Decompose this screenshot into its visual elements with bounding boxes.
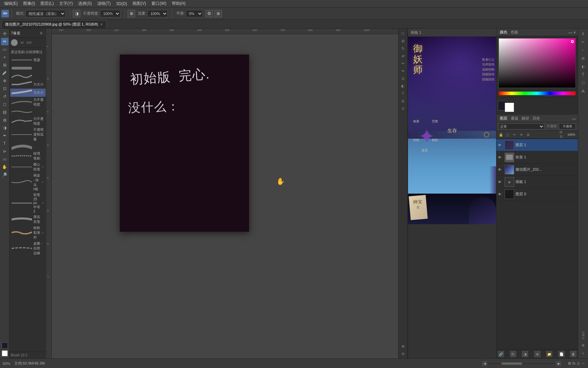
brush-tool-icon[interactable]: ✏	[1, 10, 9, 17]
history-brush-tool[interactable]: ↺	[1, 93, 9, 100]
move-tool[interactable]: ✣	[1, 30, 9, 37]
expand-r-icon[interactable]: ⊕	[579, 341, 587, 349]
tab-channels[interactable]: 通道	[509, 116, 520, 121]
gradient-tool[interactable]: ▤	[1, 108, 9, 116]
transform-icon-r[interactable]: ⊞	[579, 55, 587, 62]
menu-text[interactable]: 文字(Y)	[56, 0, 76, 7]
select-rect-tool[interactable]: ▭	[1, 46, 9, 53]
eraser-tool[interactable]: ◻	[1, 101, 9, 108]
fg-color-swatch[interactable]	[2, 342, 8, 349]
menu-layer[interactable]: 图层(L)	[38, 0, 56, 7]
brush-item-lidaxiao[interactable]: 力大小	[10, 80, 46, 89]
arrow-icon-r[interactable]: ↔	[579, 46, 587, 54]
flow-icon[interactable]: ◑	[73, 10, 80, 17]
tab-layers[interactable]: 图层	[499, 116, 509, 121]
hand-tool[interactable]: ✋	[1, 163, 9, 171]
menu-help[interactable]: 帮助(H)	[169, 0, 189, 7]
tab-color[interactable]: 颜色	[499, 30, 509, 35]
shape-icon-r[interactable]: ⬡	[579, 79, 587, 87]
lock-trans-icon[interactable]: ◻	[505, 132, 511, 138]
info-icon[interactable]: ℹ	[579, 30, 587, 37]
expand-icon[interactable]: ⊕	[399, 343, 406, 350]
canvas-viewport[interactable]: 初始版 完心. 没什么： ✋	[52, 34, 398, 358]
brush-item-hb[interactable]: 画盒 - 快乐 HB ✓	[10, 172, 46, 192]
stamp-icon[interactable]: ⊡	[399, 75, 406, 82]
brush-item-texture[interactable]: 纹理笔刷	[10, 151, 46, 162]
panel-close-btn[interactable]: ×	[574, 30, 576, 34]
brush-item-opacity2[interactable]: 力不透明度	[10, 116, 46, 127]
frame-icon[interactable]: ⬡	[399, 30, 406, 37]
layer-2-visibility[interactable]: 👁	[498, 155, 503, 159]
text-tool[interactable]: T	[1, 140, 9, 147]
lasso-tool[interactable]: ⌖	[1, 53, 9, 61]
text-r-icon[interactable]: T	[399, 90, 406, 97]
menu-window[interactable]: 窗口(W)	[149, 0, 169, 7]
layer-style-btn[interactable]: fx	[510, 351, 516, 357]
pen-tool[interactable]: ✒	[1, 132, 9, 139]
layer-item-1[interactable]: 👁 图层 1	[496, 139, 578, 151]
layer-group-btn[interactable]: 📁	[546, 351, 552, 357]
tab-history[interactable]: 历史	[531, 116, 541, 121]
scroll-track-h[interactable]	[488, 362, 556, 365]
shape-tool[interactable]: ▭	[1, 155, 9, 163]
text-icon-r[interactable]: T	[579, 71, 587, 78]
layer-item-5[interactable]: 👁 图层 0	[496, 188, 578, 200]
panel-min-btn[interactable]: —	[569, 30, 572, 34]
settings-icon[interactable]: ⚙	[206, 10, 213, 17]
opacity-input-layer[interactable]	[559, 123, 576, 129]
dodge-tool[interactable]: ◑	[1, 124, 9, 132]
active-tab[interactable]: 微信图片_20210702120908.jpg @ 50% (图层 1, RGB…	[1, 20, 107, 28]
menu-3d[interactable]: 3D(D)	[113, 1, 130, 7]
flow-toggle-icon[interactable]: ⊕	[128, 10, 135, 17]
color-icon-r[interactable]: ◐	[579, 63, 587, 70]
lock-icon[interactable]: 🔒	[498, 132, 504, 138]
brush-item-opacity1[interactable]: 力不透明度	[10, 97, 46, 108]
lock-pos-icon[interactable]: ✣	[518, 132, 524, 138]
layer-item-3[interactable]: 👁 微信图片_202...	[496, 164, 578, 176]
layer-4-visibility[interactable]: 👁	[498, 180, 503, 184]
blur-tool[interactable]: ◍	[1, 116, 9, 124]
layer-mask-btn[interactable]: ◑	[522, 351, 528, 357]
menu-edit[interactable]: 编辑(E)	[1, 0, 20, 7]
smooth-select[interactable]: 0%	[186, 10, 203, 17]
bg-color-swatch[interactable]	[2, 350, 8, 356]
symmetry-icon[interactable]: ⊛	[214, 10, 222, 17]
brush-r-icon[interactable]: ✏	[399, 60, 406, 67]
menu-select[interactable]: 选择(S)	[76, 0, 95, 7]
hue-slider[interactable]	[499, 91, 576, 95]
lock-paint-icon[interactable]: ✏	[511, 132, 518, 138]
opacity-select[interactable]: 100%	[100, 10, 120, 17]
brush-item-2[interactable]	[10, 64, 46, 72]
clone-tool[interactable]: ⊡	[1, 85, 9, 92]
brush-item-thick[interactable]: 厚实实笔	[10, 214, 46, 225]
brush-item-eraser[interactable]: 皮擦 - 自然边缘	[10, 241, 46, 256]
layer-1-visibility[interactable]: 👁	[498, 143, 503, 147]
brush-item-hard-pencil[interactable]: 硬心铅笔 ✓	[10, 162, 46, 172]
brush-item-7[interactable]	[10, 108, 46, 116]
layer-link-btn[interactable]: 🔗	[498, 351, 504, 357]
menu-filter[interactable]: 滤镜(T)	[95, 0, 113, 7]
layer-5-visibility[interactable]: 👁	[498, 192, 503, 196]
color-gradient-box[interactable]	[499, 38, 576, 88]
flip-icon[interactable]: ⇌	[399, 52, 406, 59]
path-r-icon[interactable]: ⊵	[399, 97, 406, 104]
collapse-icon[interactable]: ⊖	[399, 350, 406, 357]
arrange-icon[interactable]: ⊞	[399, 37, 406, 44]
eyedrop-tool[interactable]: 💉	[1, 69, 9, 77]
brush-item-pencil25[interactable]: 铅笔 25 px 中等 2 ✓	[10, 192, 46, 214]
layer-adj-btn[interactable]: ⊕	[534, 351, 540, 357]
brush-item-3[interactable]	[10, 72, 46, 80]
menu-view[interactable]: 视图(V)	[130, 0, 149, 7]
brush-item-pastel[interactable]: 粉粉彩渐对 ✓	[10, 225, 46, 241]
layers-min-btn[interactable]: —	[572, 117, 576, 121]
layer-item-2[interactable]: 👁 矩形 1	[496, 151, 578, 164]
scroll-left[interactable]: ◀	[482, 361, 487, 366]
tab-close-btn[interactable]: ✕	[100, 22, 103, 26]
scroll-right[interactable]: ▶	[556, 361, 561, 366]
menu-image[interactable]: 图像(I)	[20, 0, 38, 7]
zoom-tool[interactable]: 🔎	[1, 171, 9, 179]
brush-item-10[interactable]	[10, 142, 46, 151]
layer-new-btn[interactable]: 📄	[558, 351, 565, 357]
brush-tool[interactable]: ✏	[1, 38, 9, 45]
bg-color-box[interactable]	[505, 103, 514, 112]
